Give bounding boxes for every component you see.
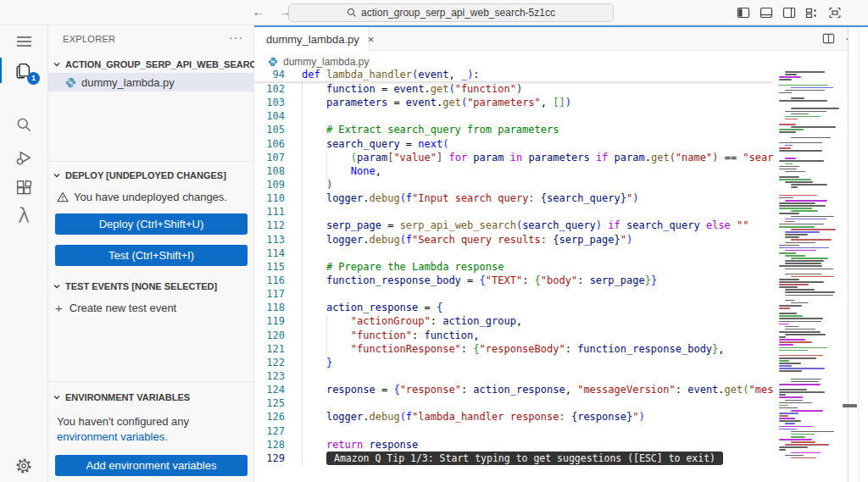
chevron-down-icon: [52, 59, 62, 69]
plus-icon: +: [55, 301, 63, 315]
warning-icon: [57, 191, 69, 202]
split-editor-icon[interactable]: [822, 32, 835, 45]
code-line-113[interactable]: 113 logger.debug(f"Search query results:…: [254, 233, 773, 247]
screencast-mode-icon[interactable]: [827, 5, 843, 20]
code-line-104[interactable]: 104: [254, 109, 773, 123]
code-text: None,: [302, 164, 381, 178]
settings-button[interactable]: [0, 452, 47, 480]
sidebar-item-search[interactable]: [0, 110, 47, 139]
code-line-108[interactable]: 108 None,: [254, 164, 773, 178]
toggle-secondary-sidebar-icon[interactable]: [782, 5, 797, 20]
code-line-118[interactable]: 118 action_response = {: [254, 301, 773, 314]
close-icon[interactable]: ×: [368, 33, 375, 46]
code-line-105[interactable]: 105 # Extract search_query from paramete…: [254, 123, 773, 136]
sidebar-item-run-debug[interactable]: [0, 144, 47, 173]
lambda-icon: λ: [18, 204, 30, 228]
code-text: }: [302, 356, 332, 369]
code-line-123[interactable]: 123: [254, 369, 773, 383]
line-number: 105: [254, 123, 285, 136]
code-line-127[interactable]: 127: [254, 424, 773, 438]
code-editor[interactable]: 94def lambda_handler(event, _): 102 func…: [254, 68, 773, 482]
extensions-icon: [15, 180, 33, 197]
command-center-search[interactable]: action_group_serp_api_web_search-5z1cc: [288, 3, 614, 22]
deploy-button[interactable]: Deploy (Ctrl+Shift+U): [55, 213, 248, 235]
code-line-120[interactable]: 120 "function": function,: [254, 329, 773, 342]
sidebar-item-lambda[interactable]: λ: [0, 202, 47, 230]
code-line-125[interactable]: 125: [254, 396, 773, 410]
window-right-edge: [858, 25, 859, 482]
code-line-107[interactable]: 107 (param["value"] for param in paramet…: [254, 151, 773, 164]
code-line-112[interactable]: 112 serp_page = serp_api_web_search(sear…: [254, 219, 773, 232]
code-line-116[interactable]: 116 function_response_body = {"TEXT": {"…: [254, 274, 773, 287]
tab-dummy-lambda[interactable]: dummy_lambda.py ×: [254, 25, 370, 51]
line-number: 110: [254, 191, 285, 205]
line-number: 122: [254, 356, 285, 369]
environment-variables-link[interactable]: environment variables.: [57, 430, 168, 443]
debug-icon: [14, 149, 33, 168]
create-test-event-item[interactable]: + Create new test event: [48, 298, 254, 317]
nav-back-icon[interactable]: ←: [250, 3, 267, 21]
code-line-129[interactable]: 129Amazon Q Tip 1/3: Start typing to get…: [254, 452, 773, 465]
line-number: 124: [254, 383, 285, 396]
search-icon: [347, 8, 357, 18]
line-number: 120: [254, 329, 285, 342]
code-line-122[interactable]: 122 }: [254, 356, 773, 369]
code-text: # Extract search_query from parameters: [302, 123, 559, 136]
customize-layout-icon[interactable]: [804, 5, 820, 20]
deploy-section-header[interactable]: DEPLOY [UNDEPLOYED CHANGES]: [48, 167, 254, 184]
line-number: 114: [254, 247, 285, 260]
ellipsis-icon[interactable]: ···: [229, 30, 243, 44]
code-line-103[interactable]: 103 parameters = event.get("parameters",…: [254, 96, 773, 109]
code-line-102[interactable]: 102 function = event.get("function"): [254, 82, 773, 96]
line-number: 113: [254, 233, 285, 247]
tab-bar: dummy_lambda.py × ···: [254, 25, 868, 51]
gear-icon: [14, 457, 33, 475]
test-button[interactable]: Test (Ctrl+Shift+I): [55, 245, 248, 266]
environment-message-text: You haven't configured any: [57, 415, 189, 428]
add-environment-variables-button[interactable]: Add environment variables: [55, 455, 248, 476]
sidebar-item-extensions[interactable]: [0, 174, 47, 202]
command-center-value: action_group_serp_api_web_search-5z1cc: [361, 7, 555, 19]
code-line-114[interactable]: 114: [254, 247, 773, 260]
overview-cursor-marker[interactable]: [843, 404, 857, 407]
code-text: logger.debug(f"lambda_handler response: …: [302, 410, 645, 424]
code-line-106[interactable]: 106 search_query = next(: [254, 137, 773, 151]
workspace-name: ACTION_GROUP_SERP_API_WEB_SEARCH-5Z1CC: [65, 59, 254, 69]
line-number: 112: [254, 219, 285, 232]
code-line-121[interactable]: 121 "functionResponse": {"responseBody":…: [254, 342, 773, 356]
explorer-title: EXPLORER: [63, 34, 115, 44]
line-number: 107: [254, 151, 285, 164]
environment-section-header[interactable]: ENVIRONMENT VARIABLES: [48, 389, 254, 406]
create-test-event-label: Create new test event: [70, 302, 176, 314]
code-line-109[interactable]: 109 ): [254, 178, 773, 191]
search-icon: [15, 116, 33, 134]
editor-group: dummy_lambda.py × ··· dummy_lambda.py 94…: [254, 25, 868, 482]
minimap[interactable]: [776, 68, 847, 466]
code-text: "actionGroup": action_group,: [302, 314, 522, 328]
menu-icon: [17, 36, 31, 47]
line-number: 129: [254, 452, 285, 465]
line-number: 115: [254, 260, 285, 274]
line-number: 128: [254, 438, 285, 452]
code-line-126[interactable]: 126 logger.debug(f"lambda_handler respon…: [254, 410, 773, 424]
file-item-dummy-lambda[interactable]: dummy_lambda.py: [48, 73, 254, 91]
sidebar-item-explorer[interactable]: 1: [0, 56, 47, 85]
test-events-section-header[interactable]: TEST EVENTS [NONE SELECTED]: [48, 278, 254, 295]
code-line-124[interactable]: 124 response = {"response": action_respo…: [254, 383, 773, 396]
sticky-scroll-line[interactable]: 94def lambda_handler(event, _):: [254, 68, 773, 81]
code-line-111[interactable]: 111: [254, 205, 773, 219]
code-line-119[interactable]: 119 "actionGroup": action_group,: [254, 314, 773, 328]
code-line-115[interactable]: 115 # Prepare the Lambda response: [254, 260, 773, 274]
code-text: search_query = next(: [302, 137, 448, 151]
code-line-128[interactable]: 128 return response: [254, 438, 773, 452]
line-number: 118: [254, 301, 285, 314]
workspace-section-header[interactable]: ACTION_GROUP_SERP_API_WEB_SEARCH-5Z1CC: [48, 56, 254, 73]
code-line-117[interactable]: 117: [254, 287, 773, 301]
code-line-110[interactable]: 110 logger.debug(f"Input search query: {…: [254, 191, 773, 205]
code-text: logger.debug(f"Input search query: {sear…: [302, 191, 638, 205]
toggle-panel-icon[interactable]: [759, 5, 774, 20]
line-number: 102: [254, 82, 285, 96]
toggle-primary-sidebar-icon[interactable]: [736, 5, 751, 20]
menu-button[interactable]: [0, 27, 47, 56]
code-text: Amazon Q Tip 1/3: Start typing to get su…: [302, 452, 723, 465]
